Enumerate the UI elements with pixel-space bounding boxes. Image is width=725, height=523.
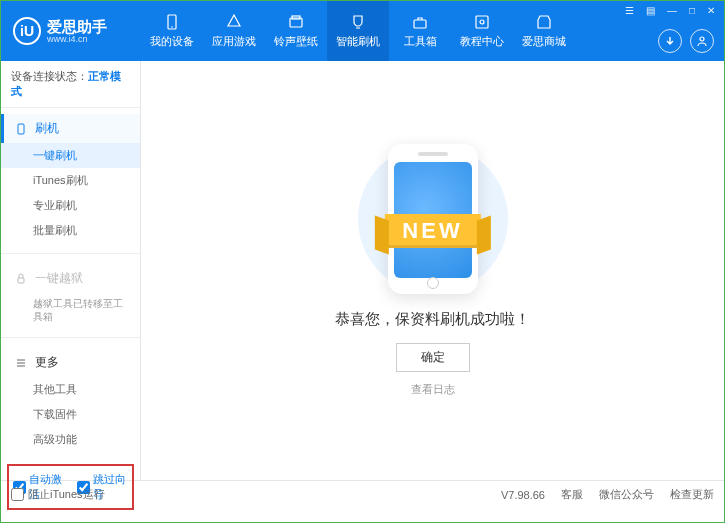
ok-button[interactable]: 确定 <box>396 343 470 372</box>
nav-tutorials[interactable]: 教程中心 <box>451 1 513 61</box>
customer-service-link[interactable]: 客服 <box>561 487 583 502</box>
sidebar-flash-header[interactable]: 刷机 <box>1 114 140 143</box>
maximize-icon[interactable]: □ <box>686 5 698 16</box>
book-icon <box>473 13 491 31</box>
main-content: NEW 恭喜您，保资料刷机成功啦！ 确定 查看日志 <box>141 61 724 480</box>
device-info[interactable]: iPhone 12 mini 64GB Down-12mini-13,1 <box>1 516 140 523</box>
download-icon[interactable] <box>658 29 682 53</box>
sidebar-batch-flash[interactable]: 批量刷机 <box>1 218 140 243</box>
nav-toolbox[interactable]: 工具箱 <box>389 1 451 61</box>
sidebar-other-tools[interactable]: 其他工具 <box>1 377 140 402</box>
sidebar-more-header[interactable]: 更多 <box>1 348 140 377</box>
sidebar-download-firmware[interactable]: 下载固件 <box>1 402 140 427</box>
title-bar: iU 爱思助手 www.i4.cn 我的设备 应用游戏 铃声壁纸 智能刷机 工具… <box>1 1 724 61</box>
flash-icon <box>349 13 367 31</box>
new-ribbon: NEW <box>384 214 480 248</box>
nav-apps-games[interactable]: 应用游戏 <box>203 1 265 61</box>
close-icon[interactable]: ✕ <box>704 5 718 16</box>
sidebar: 设备连接状态：正常模式 刷机 一键刷机 iTunes刷机 专业刷机 批量刷机 一… <box>1 61 141 480</box>
menu-icon[interactable]: ☰ <box>622 5 637 16</box>
header-actions <box>658 29 714 53</box>
sidebar-advanced[interactable]: 高级功能 <box>1 427 140 452</box>
main-nav: 我的设备 应用游戏 铃声壁纸 智能刷机 工具箱 教程中心 爱思商城 <box>141 1 575 61</box>
apps-icon <box>225 13 243 31</box>
view-log-link[interactable]: 查看日志 <box>411 382 455 397</box>
list-icon <box>15 357 29 369</box>
svg-point-6 <box>480 20 484 24</box>
sidebar-itunes-flash[interactable]: iTunes刷机 <box>1 168 140 193</box>
phone-small-icon <box>15 123 29 135</box>
nav-smart-flash[interactable]: 智能刷机 <box>327 1 389 61</box>
connection-status: 设备连接状态：正常模式 <box>1 61 140 108</box>
check-update-link[interactable]: 检查更新 <box>670 487 714 502</box>
logo-area: iU 爱思助手 www.i4.cn <box>1 17 141 45</box>
wechat-link[interactable]: 微信公众号 <box>599 487 654 502</box>
minimize-icon[interactable]: ― <box>664 5 680 16</box>
sidebar-pro-flash[interactable]: 专业刷机 <box>1 193 140 218</box>
sidebar-jailbreak-header[interactable]: 一键越狱 <box>1 264 140 293</box>
window-controls: ☰ ▤ ― □ ✕ <box>622 5 718 16</box>
phone-icon <box>163 13 181 31</box>
svg-rect-8 <box>18 124 24 134</box>
svg-point-1 <box>171 26 173 28</box>
logo-icon: iU <box>13 17 41 45</box>
toolbox-icon <box>411 13 429 31</box>
svg-point-7 <box>700 37 704 41</box>
app-url: www.i4.cn <box>47 34 107 44</box>
wallet-icon <box>287 13 305 31</box>
user-icon[interactable] <box>690 29 714 53</box>
svg-rect-9 <box>18 278 24 283</box>
nav-ringtone-wallpaper[interactable]: 铃声壁纸 <box>265 1 327 61</box>
store-icon <box>535 13 553 31</box>
success-message: 恭喜您，保资料刷机成功啦！ <box>335 310 530 329</box>
svg-rect-4 <box>414 20 426 28</box>
version-label: V7.98.66 <box>501 489 545 501</box>
jailbreak-note: 越狱工具已转移至工具箱 <box>1 293 140 327</box>
sidebar-one-click-flash[interactable]: 一键刷机 <box>1 143 140 168</box>
nav-store[interactable]: 爱思商城 <box>513 1 575 61</box>
app-name: 爱思助手 <box>47 19 107 34</box>
success-illustration: NEW <box>348 144 518 294</box>
svg-rect-5 <box>476 16 488 28</box>
block-itunes-checkbox[interactable]: 阻止iTunes运行 <box>11 487 105 502</box>
nav-my-device[interactable]: 我的设备 <box>141 1 203 61</box>
skin-icon[interactable]: ▤ <box>643 5 658 16</box>
lock-icon <box>15 273 29 285</box>
